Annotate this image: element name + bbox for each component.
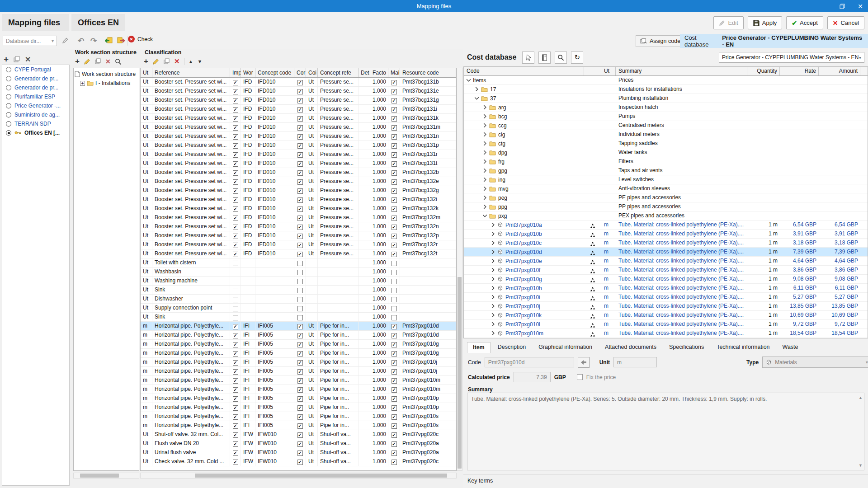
- checkbox-cell[interactable]: ✓: [294, 96, 306, 104]
- table-row[interactable]: mHorizontal pipe. Polyethyle...✓IFIIFI00…: [141, 331, 456, 340]
- copy-work-section-icon[interactable]: [94, 58, 101, 65]
- tree-row[interactable]: Pmt37pxg010amTube. Material: cross-linke…: [464, 221, 868, 230]
- checkbox-cell[interactable]: ✓: [230, 186, 241, 195]
- checkbox-icon[interactable]: ✓: [297, 360, 303, 366]
- checkbox-cell[interactable]: ✓: [388, 177, 400, 186]
- table-row[interactable]: UtBooster set. Pressure set wi...✓IFDIFD…: [141, 114, 456, 123]
- search-work-section-icon[interactable]: [115, 58, 122, 65]
- scroll-down-icon[interactable]: ▼: [859, 463, 863, 468]
- checkbox-icon[interactable]: [233, 270, 238, 275]
- chevron-down-icon[interactable]: [483, 214, 487, 218]
- table-row[interactable]: UtBooster set. Pressure set wi...✓IFDIFD…: [141, 168, 456, 177]
- checkbox-cell[interactable]: ✓: [294, 249, 306, 258]
- chevron-right-icon[interactable]: [475, 87, 479, 91]
- checkbox-icon[interactable]: ✓: [233, 342, 238, 347]
- checkbox-cell[interactable]: ✓: [294, 331, 306, 339]
- checkbox-cell[interactable]: ✓: [294, 123, 306, 131]
- table-row[interactable]: UtBooster set. Pressure set wi...✓IFDIFD…: [141, 141, 456, 150]
- checkbox-icon[interactable]: ✓: [392, 98, 397, 103]
- database-directory-select[interactable]: Database dir...▾: [3, 36, 57, 46]
- checkbox-cell[interactable]: [294, 313, 306, 321]
- checkbox-cell[interactable]: [388, 286, 400, 294]
- table-row[interactable]: UtBooster set. Pressure set wi...✓IFDIFD…: [141, 177, 456, 186]
- checkbox-icon[interactable]: ✓: [392, 143, 397, 149]
- checkbox-cell[interactable]: ✓: [294, 159, 306, 168]
- checkbox-cell[interactable]: [294, 267, 306, 276]
- checkbox-icon[interactable]: ✓: [233, 161, 238, 167]
- checkbox-icon[interactable]: ✓: [233, 89, 238, 94]
- table-row[interactable]: UtBooster set. Pressure set wi...✓IFDIFD…: [141, 231, 456, 240]
- checkbox-cell[interactable]: ✓: [388, 322, 400, 330]
- checkbox-icon[interactable]: ✓: [233, 206, 238, 212]
- chevron-right-icon[interactable]: [491, 259, 495, 263]
- move-down-icon[interactable]: ▼: [197, 59, 202, 64]
- checkbox-cell[interactable]: ✓: [388, 421, 400, 430]
- chevron-right-icon[interactable]: [483, 205, 487, 209]
- checkbox-cell[interactable]: ✓: [388, 457, 400, 466]
- checkbox-icon[interactable]: ✓: [297, 378, 303, 384]
- tree-row[interactable]: 37Plumbing installation: [464, 94, 868, 103]
- chevron-right-icon[interactable]: [483, 160, 487, 164]
- checkbox-icon[interactable]: ✓: [233, 188, 238, 194]
- tree-row[interactable]: Pmt37pxg010cmTube. Material: cross-linke…: [464, 239, 868, 248]
- edit-directory-pencil-icon[interactable]: [59, 35, 71, 47]
- checkbox-cell[interactable]: [230, 313, 241, 321]
- checkbox-cell[interactable]: ✓: [230, 159, 241, 168]
- summary-textarea[interactable]: Tube. Material: cross-linked polyethylen…: [467, 393, 864, 470]
- checkbox-icon[interactable]: ✓: [297, 405, 303, 411]
- checkbox-icon[interactable]: ✓: [392, 234, 397, 239]
- table-row[interactable]: UtBooster set. Pressure set wi...✓IFDIFD…: [141, 105, 456, 114]
- checkbox-icon[interactable]: ✓: [233, 98, 238, 103]
- unit-field[interactable]: m: [613, 357, 657, 367]
- checkbox-cell[interactable]: ✓: [230, 340, 241, 348]
- checkbox-icon[interactable]: ✓: [233, 414, 238, 420]
- checkbox-cell[interactable]: ✓: [230, 114, 241, 122]
- checkbox-icon[interactable]: ✓: [392, 351, 397, 357]
- tree-row[interactable]: Pmt37pxg010kmTube. Material: cross-linke…: [464, 311, 868, 320]
- checkbox-icon[interactable]: ✓: [233, 80, 238, 85]
- checkbox-cell[interactable]: ✓: [230, 412, 241, 421]
- table-row[interactable]: UtSink1.000: [141, 286, 456, 295]
- checkbox-cell[interactable]: [230, 267, 241, 276]
- chevron-right-icon[interactable]: [491, 223, 495, 227]
- table-row[interactable]: mHorizontal pipe. Polyethyle...✓IFIIFI00…: [141, 349, 456, 358]
- checkbox-icon[interactable]: ✓: [297, 441, 303, 447]
- checkbox-cell[interactable]: ✓: [230, 394, 241, 403]
- checkbox-cell[interactable]: ✓: [230, 222, 241, 231]
- table-row[interactable]: UtBooster set. Pressure set wi...✓IFDIFD…: [141, 204, 456, 213]
- checkbox-cell[interactable]: ✓: [294, 457, 306, 466]
- checkbox-cell[interactable]: ✓: [230, 132, 241, 141]
- checkbox-icon[interactable]: ✓: [297, 80, 303, 85]
- chevron-right-icon[interactable]: [483, 132, 487, 136]
- checkbox-icon[interactable]: [297, 297, 303, 302]
- checkbox-cell[interactable]: ✓: [294, 186, 306, 195]
- checkbox-cell[interactable]: ✓: [388, 204, 400, 213]
- work-section-hscrollbar[interactable]: [73, 473, 139, 479]
- checkbox-cell[interactable]: ✓: [294, 448, 306, 457]
- tree-row[interactable]: Pmt37pxg010jmTube. Material: cross-linke…: [464, 302, 868, 311]
- checkbox-icon[interactable]: ✓: [233, 405, 238, 411]
- restore-icon[interactable]: [837, 2, 847, 11]
- radio-icon[interactable]: [6, 85, 11, 90]
- delete-work-section-icon[interactable]: ✕: [105, 58, 111, 65]
- checkbox-icon[interactable]: ✓: [392, 89, 397, 94]
- checkbox-icon[interactable]: ✓: [392, 423, 397, 429]
- close-icon[interactable]: ✕: [855, 2, 865, 11]
- checkbox-icon[interactable]: ✓: [297, 98, 303, 103]
- checkbox-icon[interactable]: ✓: [392, 324, 397, 329]
- table-row[interactable]: UtBooster set. Pressure set wi...✓IFDIFD…: [141, 222, 456, 231]
- checkbox-icon[interactable]: ✓: [297, 450, 303, 456]
- chevron-right-icon[interactable]: [491, 268, 495, 272]
- checkbox-cell[interactable]: ✓: [388, 87, 400, 95]
- checkbox-cell[interactable]: ✓: [294, 240, 306, 249]
- table-row[interactable]: UtWashing machine1.000: [141, 277, 456, 286]
- checkbox-icon[interactable]: ✓: [392, 369, 397, 375]
- checkbox-cell[interactable]: ✓: [294, 132, 306, 141]
- checkbox-icon[interactable]: ✓: [297, 460, 303, 465]
- radio-icon[interactable]: [6, 67, 11, 72]
- checkbox-icon[interactable]: ✓: [297, 188, 303, 194]
- checkbox-cell[interactable]: ✓: [294, 367, 306, 375]
- table-row[interactable]: UtSupply connection point1.000: [141, 304, 456, 313]
- checkbox-icon[interactable]: [392, 306, 397, 311]
- checkbox-cell[interactable]: ✓: [294, 430, 306, 439]
